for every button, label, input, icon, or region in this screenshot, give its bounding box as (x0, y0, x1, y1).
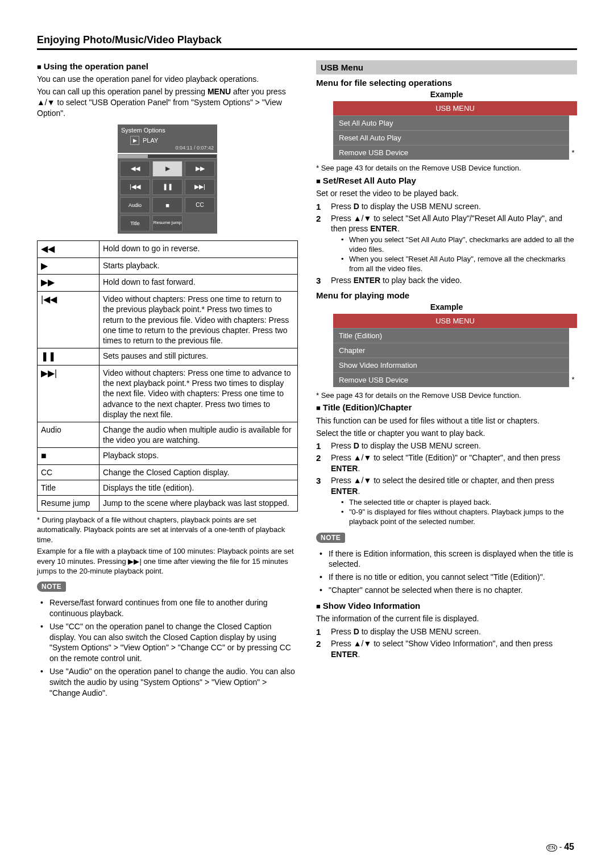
table-row: CCChange the Closed Caption display. (38, 465, 298, 480)
section-set-reset-auto-play: Set/Reset All Auto Play (323, 176, 416, 185)
section-show-video-info: Show Video Information (323, 601, 420, 610)
title-chapter-desc-1: This function can be used for files with… (316, 416, 577, 426)
list-item: If there is Edition information, this sc… (320, 549, 577, 570)
list-item: When you select "Reset All Auto Play", r… (341, 255, 577, 274)
cc-button: CC (185, 197, 215, 213)
list-item: "0-9" is displayed for files without cha… (341, 508, 577, 527)
play-icon: ▶ (38, 258, 99, 275)
resume-jump-label: Resume jump (38, 496, 99, 511)
usb-menu-header: USB Menu (316, 60, 577, 74)
right-column: USB Menu Menu for file selecting operati… (316, 59, 577, 702)
audio-button: Audio (120, 197, 150, 213)
table-row: TitleDisplays the title (edition). (38, 480, 298, 496)
menu-item-set-all-auto-play[interactable]: Set All Auto Play (333, 115, 569, 130)
subhead-file-selecting: Menu for file selecting operations (316, 78, 577, 88)
note-badge: NOTE (316, 533, 345, 543)
list-item: Use "CC" on the operation panel to chang… (40, 621, 298, 665)
title-button: Title (120, 215, 150, 231)
list-item: 2Press ▲/▼ to select "Show Video Informa… (316, 638, 577, 660)
play-icon: ▶ (152, 161, 182, 177)
usb-menu-title: USB MENU (333, 314, 577, 328)
title-rule (37, 48, 577, 50)
steps-title-chapter: 1Press D to display the USB MENU screen.… (316, 441, 577, 526)
table-row: AudioChange the audio when multiple audi… (38, 422, 298, 447)
table-row: ■Playback stops. (38, 448, 298, 465)
list-item: "Chapter" cannot be selected when there … (320, 585, 577, 596)
list-item: 2Press ▲/▼ to select "Title (Edition)" o… (316, 452, 577, 474)
op-panel-system-options: System Options (118, 124, 217, 135)
asterisk-icon: * (569, 148, 577, 157)
list-item: If there is no title or edition, you can… (320, 572, 577, 583)
title-label: Title (38, 480, 99, 496)
menu-item-title-edition[interactable]: Title (Edition) (333, 328, 569, 343)
steps-set-reset: 1Press D to display the USB MENU screen.… (316, 201, 577, 286)
menu-item-remove-usb-device[interactable]: Remove USB Device (333, 372, 569, 387)
list-item: The selected title or chapter is played … (341, 498, 577, 508)
op-panel-play-label: PLAY (143, 137, 158, 144)
op-panel-desc-1: You can use the operation panel for vide… (37, 74, 298, 85)
section-title-edition-chapter: Title (Edition)/Chapter (323, 402, 412, 412)
table-row: ❚❚Sets pauses and still pictures. (38, 348, 298, 366)
fast-forward-icon: ▶▶ (38, 275, 99, 292)
list-item: 1Press D to display the USB MENU screen. (316, 201, 577, 212)
footnote-star: * During playback of a file without chap… (37, 515, 298, 545)
menu-item-chapter[interactable]: Chapter (333, 343, 569, 358)
square-bullet-icon: ■ (37, 62, 42, 72)
op-panel-grid: ◀◀ ▶ ▶▶ |◀◀ ❚❚ ▶▶| Audio ■ CC Title Resu… (118, 159, 217, 234)
list-item: When you select "Set All Auto Play", che… (341, 235, 577, 255)
list-item: 3Press ENTER to play back the video. (316, 275, 577, 286)
show-video-info-desc: The information of the current file is d… (316, 613, 577, 624)
left-column: ■Using the operation panel You can use t… (37, 59, 298, 702)
square-bullet-icon: ■ (316, 176, 321, 186)
rewind-icon: ◀◀ (38, 240, 99, 258)
table-row: Resume jumpJump to the scene where playb… (38, 496, 298, 511)
page-title: Enjoying Photo/Music/Video Playback (37, 34, 577, 46)
list-item: 1Press D to display the USB MENU screen. (316, 441, 577, 451)
resume-jump-button: Resume jump (152, 215, 182, 231)
fast-forward-icon: ▶▶ (185, 161, 215, 177)
note-list: Reverse/fast forward continues from one … (40, 597, 298, 699)
language-badge: EN (546, 844, 557, 852)
progress-bar (118, 154, 217, 159)
audio-label: Audio (38, 422, 99, 447)
operation-reference-table: ◀◀Hold down to go in reverse. ▶Starts pl… (37, 240, 298, 512)
table-row: |◀◀Video without chapters: Press one tim… (38, 292, 298, 348)
usb-menu-title: USB MENU (333, 101, 577, 115)
asterisk-icon: * (569, 375, 577, 384)
list-item: 3Press ▲/▼ to select the desired title o… (316, 475, 577, 526)
steps-show-video-info: 1Press D to display the USB MENU screen.… (316, 626, 577, 660)
menu-item-reset-all-auto-play[interactable]: Reset All Auto Play (333, 130, 569, 145)
table-row: ▶▶|Video without chapters: Press one tim… (38, 365, 298, 422)
table-row: ▶Starts playback. (38, 258, 298, 275)
rewind-icon: ◀◀ (120, 161, 150, 177)
note-list-title-chapter: If there is Edition information, this sc… (320, 549, 577, 596)
menu-item-show-video-info[interactable]: Show Video Information (333, 358, 569, 372)
stop-icon: ■ (152, 197, 182, 213)
pause-icon: ❚❚ (38, 348, 99, 366)
square-bullet-icon: ■ (316, 403, 321, 413)
op-panel-desc-2: You can call up this operation panel by … (37, 86, 298, 119)
usb-menu-playing-mode: USB MENU Title (Edition) Chapter Show Vi… (333, 314, 577, 387)
page-number: EN - 45 (546, 842, 574, 852)
table-row: ▶▶Hold down to fast forward. (38, 275, 298, 292)
star-note-text: * See page 43 for details on the Remove … (316, 163, 577, 173)
example-paragraph: Example for a file with a playback time … (37, 546, 298, 576)
usb-menu-file-selecting: USB MENU Set All Auto Play Reset All Aut… (333, 101, 577, 160)
note-badge: NOTE (37, 582, 66, 592)
menu-item-remove-usb-device[interactable]: Remove USB Device (333, 145, 569, 160)
list-item: Use "Audio" on the operation panel to ch… (40, 666, 298, 699)
table-row: ◀◀Hold down to go in reverse. (38, 240, 298, 258)
operation-panel-illustration: System Options ▶ PLAY 0:04:11 / 0:07:42 … (118, 124, 217, 234)
example-label: Example (316, 302, 577, 312)
list-item: 1Press D to display the USB MENU screen. (316, 626, 577, 637)
subhead-playing-mode: Menu for playing mode (316, 290, 577, 300)
square-bullet-icon: ■ (316, 601, 321, 612)
stop-icon: ■ (38, 448, 99, 465)
next-icon: ▶▶| (38, 365, 99, 422)
play-icon: ▶ (130, 136, 139, 145)
star-note-text: * See page 43 for details on the Remove … (316, 391, 577, 401)
title-chapter-desc-2: Select the title or chapter you want to … (316, 428, 577, 439)
pause-icon: ❚❚ (152, 179, 182, 195)
op-panel-time: 0:04:11 / 0:07:42 (130, 145, 214, 151)
next-icon: ▶▶| (185, 179, 215, 195)
